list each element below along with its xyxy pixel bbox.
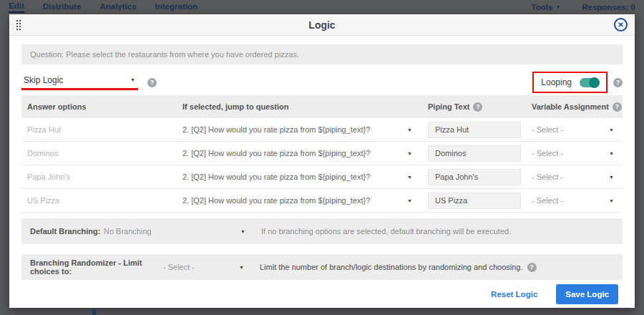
chevron-down-icon: ▼ bbox=[609, 151, 614, 156]
responses-count[interactable]: Responses: 0 bbox=[582, 3, 635, 11]
jump-to-question-value: 2. [Q2] How would you rate pizza from ${… bbox=[182, 173, 370, 181]
logic-type-value: Skip Logic bbox=[24, 75, 63, 85]
answer-option-label: Pizza Hut bbox=[21, 125, 182, 134]
header-piping-label: Piping Text bbox=[428, 102, 469, 111]
chevron-down-icon: ▼ bbox=[240, 229, 245, 234]
randomizer-label: Branching Randomizer - Limit choices to: bbox=[30, 258, 163, 276]
jump-to-question-select[interactable]: 2. [Q2] How would you rate pizza from ${… bbox=[182, 125, 428, 134]
modal-header: Logic ✕ bbox=[9, 14, 635, 36]
menu-item-integration[interactable]: Integration bbox=[155, 2, 197, 12]
randomizer-helper-text: Limit the number of branch/logic destina… bbox=[260, 263, 523, 271]
variable-assignment-value: - Select - bbox=[532, 149, 563, 158]
question-bar: Question: Please select the restaurants … bbox=[21, 44, 623, 64]
help-icon[interactable]: ? bbox=[473, 102, 482, 112]
drag-handle-icon[interactable] bbox=[16, 20, 22, 30]
header-variable: Variable Assignment ? bbox=[532, 102, 623, 112]
top-menu-bar: Edit Distribute Analytics Integration To… bbox=[0, 0, 644, 14]
looping-toggle[interactable] bbox=[580, 78, 599, 87]
jump-to-question-value: 2. [Q2] How would you rate pizza from ${… bbox=[182, 196, 370, 205]
answer-option-label: Papa John's bbox=[21, 173, 182, 181]
chevron-down-icon: ▼ bbox=[609, 175, 614, 180]
help-icon[interactable]: ? bbox=[527, 263, 537, 272]
looping-label: Looping bbox=[541, 77, 572, 87]
variable-assignment-value: - Select - bbox=[532, 125, 563, 134]
piping-cell: Dominos bbox=[428, 145, 532, 162]
table-row: Papa John's 2. [Q2] How would you rate p… bbox=[21, 165, 623, 189]
randomizer-value: - Select - bbox=[163, 263, 195, 271]
variable-assignment-value: - Select - bbox=[532, 173, 563, 181]
default-branching-label: Default Branching: bbox=[30, 227, 104, 236]
chevron-down-icon: ▼ bbox=[239, 265, 244, 270]
chevron-down-icon: ▼ bbox=[407, 151, 412, 156]
variable-assignment-value: - Select - bbox=[532, 196, 563, 205]
logic-type-select[interactable]: Skip Logic ▼ bbox=[21, 75, 138, 90]
header-answer-options: Answer options bbox=[21, 102, 182, 111]
chevron-down-icon: ▼ bbox=[130, 77, 135, 82]
variable-assignment-select[interactable]: - Select - ▼ bbox=[532, 196, 623, 205]
variable-assignment-select[interactable]: - Select - ▼ bbox=[532, 125, 623, 134]
help-icon[interactable]: ? bbox=[147, 78, 157, 87]
looping-annotation-box: Looping bbox=[532, 72, 608, 93]
red-underline-annotation bbox=[21, 88, 138, 90]
save-logic-button[interactable]: Save Logic bbox=[556, 284, 618, 304]
menu-item-distribute[interactable]: Distribute bbox=[43, 2, 82, 12]
jump-to-question-select[interactable]: 2. [Q2] How would you rate pizza from ${… bbox=[182, 149, 428, 158]
header-variable-label: Variable Assignment bbox=[532, 102, 609, 111]
piping-cell: Pizza Hut bbox=[428, 122, 532, 138]
help-icon[interactable]: ? bbox=[613, 102, 622, 112]
header-jump: If selected, jump to question bbox=[182, 102, 428, 111]
background-page-fragment bbox=[92, 309, 96, 315]
question-text: Question: Please select the restaurants … bbox=[30, 50, 299, 59]
tools-menu[interactable]: Tools ▼ bbox=[531, 3, 560, 11]
chevron-down-icon: ▼ bbox=[609, 198, 614, 203]
chevron-down-icon: ▼ bbox=[407, 198, 412, 203]
jump-to-question-select[interactable]: 2. [Q2] How would you rate pizza from ${… bbox=[182, 173, 428, 181]
piping-text-input[interactable]: Dominos bbox=[428, 145, 521, 162]
logic-table: Answer options If selected, jump to ques… bbox=[21, 95, 623, 213]
answer-option-label: Dominos bbox=[21, 149, 182, 158]
topbar-right: Tools ▼ Responses: 0 bbox=[531, 3, 635, 11]
chevron-down-icon: ▼ bbox=[407, 127, 412, 132]
randomizer-select[interactable]: - Select - ▼ bbox=[163, 263, 244, 271]
default-branching-bar: Default Branching: No Branching ▼ If no … bbox=[21, 218, 623, 244]
toggle-knob bbox=[589, 77, 600, 88]
table-header: Answer options If selected, jump to ques… bbox=[21, 95, 623, 118]
modal-footer: Reset Logic Save Logic bbox=[21, 284, 623, 304]
default-branching-helper: If no branching options are selected, de… bbox=[261, 227, 511, 236]
table-row: Pizza Hut 2. [Q2] How would you rate piz… bbox=[21, 118, 623, 142]
header-piping: Piping Text ? bbox=[428, 102, 532, 112]
default-branching-select[interactable]: No Branching ▼ bbox=[104, 227, 245, 236]
reset-logic-link[interactable]: Reset Logic bbox=[491, 290, 537, 299]
default-branching-value: No Branching bbox=[104, 227, 152, 236]
menu-item-analytics[interactable]: Analytics bbox=[99, 2, 136, 12]
close-icon[interactable]: ✕ bbox=[614, 18, 628, 32]
variable-assignment-select[interactable]: - Select - ▼ bbox=[532, 173, 623, 181]
menu-item-edit[interactable]: Edit bbox=[9, 1, 24, 13]
chevron-down-icon: ▼ bbox=[555, 4, 560, 9]
randomizer-helper: Limit the number of branch/logic destina… bbox=[260, 263, 537, 272]
table-row: US Pizza 2. [Q2] How would you rate pizz… bbox=[21, 189, 623, 213]
branching-randomizer-bar: Branching Randomizer - Limit choices to:… bbox=[21, 254, 623, 280]
variable-assignment-select[interactable]: - Select - ▼ bbox=[532, 149, 623, 158]
logic-modal: Logic ✕ Question: Please select the rest… bbox=[9, 14, 635, 308]
jump-to-question-value: 2. [Q2] How would you rate pizza from ${… bbox=[182, 125, 370, 134]
piping-text-input[interactable]: US Pizza bbox=[428, 193, 521, 209]
help-icon[interactable]: ? bbox=[613, 78, 623, 87]
modal-title: Logic bbox=[9, 19, 635, 31]
tools-label: Tools bbox=[531, 3, 552, 11]
piping-cell: US Pizza bbox=[428, 193, 532, 209]
table-row: Dominos 2. [Q2] How would you rate pizza… bbox=[21, 142, 623, 165]
answer-option-label: US Pizza bbox=[21, 196, 182, 205]
chevron-down-icon: ▼ bbox=[407, 175, 412, 180]
logic-type-row: Skip Logic ▼ ? Looping ? bbox=[21, 72, 623, 93]
jump-to-question-select[interactable]: 2. [Q2] How would you rate pizza from ${… bbox=[182, 196, 428, 205]
piping-cell: Papa John's bbox=[428, 169, 532, 185]
modal-body: Question: Please select the restaurants … bbox=[9, 36, 635, 304]
jump-to-question-value: 2. [Q2] How would you rate pizza from ${… bbox=[182, 149, 370, 158]
piping-text-input[interactable]: Papa John's bbox=[428, 169, 521, 185]
chevron-down-icon: ▼ bbox=[609, 127, 614, 132]
piping-text-input[interactable]: Pizza Hut bbox=[428, 122, 521, 138]
